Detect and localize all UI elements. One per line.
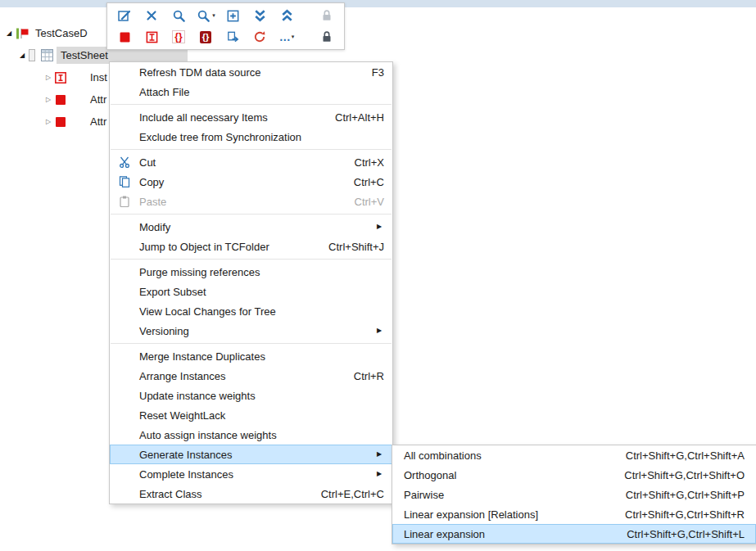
- tree-item-label: TestCaseD: [33, 25, 90, 41]
- context-menu: Refresh TDM data source F3 Attach File I…: [109, 61, 393, 504]
- submenu-item-linear-expansion[interactable]: Linear expansion Ctrl+Shift+G,Ctrl+Shift…: [392, 524, 756, 544]
- menu-item-extract-class[interactable]: Extract Class Ctrl+E,Ctrl+C: [110, 484, 392, 504]
- zoom-icon[interactable]: [169, 7, 188, 25]
- menu-separator: [111, 214, 392, 215]
- instance-i-icon: [55, 72, 66, 84]
- sheet-mini-icon: [29, 49, 38, 61]
- menu-item-label: Auto assign instance weights: [139, 429, 277, 441]
- menu-item-shortcut: F3: [352, 66, 384, 79]
- expander-collapsed-icon[interactable]: ▷: [42, 119, 55, 125]
- braces-icon[interactable]: {}: [169, 28, 188, 46]
- submenu-item-shortcut: Ctrl+Shift+G,Ctrl+Shift+P: [601, 489, 745, 501]
- menu-item-label: Cut: [139, 156, 156, 169]
- menu-item-copy[interactable]: Copy Ctrl+C: [110, 172, 392, 192]
- instance-i-icon[interactable]: [142, 28, 161, 46]
- submenu-item-label: All combinations: [404, 449, 482, 462]
- menu-separator: [111, 104, 392, 105]
- menu-item-shortcut: Ctrl+C: [334, 176, 384, 188]
- menu-item-complete-instances[interactable]: Complete Instances ▶: [110, 464, 392, 484]
- menu-item-shortcut: Ctrl+Alt+H: [315, 111, 384, 124]
- toolbar-row-2: {} {} …▾: [115, 26, 337, 47]
- submenu-arrow-icon: ▶: [374, 224, 384, 230]
- lock-icon[interactable]: [317, 28, 337, 46]
- menu-item-label: Export Subset: [139, 286, 206, 298]
- attribute-red-square-icon: [55, 116, 66, 128]
- menu-item-attach-file[interactable]: Attach File: [110, 82, 392, 102]
- menu-item-label: Jump to Object in TCFolder: [139, 241, 269, 253]
- more-tools-icon[interactable]: …▾: [277, 28, 297, 46]
- testsheet-grid-icon: [41, 49, 53, 61]
- menu-item-generate-instances[interactable]: Generate Instances ▶: [110, 445, 392, 464]
- menu-item-modify[interactable]: Modify ▶: [110, 217, 392, 237]
- menu-item-jump-to-object-in-tcfolder[interactable]: Jump to Object in TCFolder Ctrl+Shift+J: [110, 237, 392, 256]
- menu-item-update-instance-weights[interactable]: Update instance weights: [110, 386, 392, 405]
- menu-item-label: Exclude tree from Synchronization: [139, 131, 301, 143]
- menu-item-paste[interactable]: Paste Ctrl+V: [110, 192, 392, 211]
- expander-collapsed-icon[interactable]: ▷: [42, 75, 55, 81]
- attribute-red-square-icon[interactable]: [115, 28, 134, 46]
- submenu-item-label: Orthogonal: [404, 469, 456, 481]
- menu-item-shortcut: Ctrl+V: [335, 196, 384, 208]
- delete-x-icon[interactable]: [142, 7, 161, 25]
- submenu-arrow-icon: ▶: [374, 327, 384, 334]
- toolbar-row-1: ▾: [115, 5, 337, 26]
- menu-item-label: Reset WeightLack: [139, 409, 225, 422]
- menu-item-label: Merge Instance Duplicates: [139, 350, 265, 363]
- menu-item-label: Copy: [139, 176, 164, 188]
- menu-item-auto-assign-instance-weights[interactable]: Auto assign instance weights: [110, 425, 392, 445]
- duplicate-icon[interactable]: [223, 28, 242, 46]
- menu-item-view-local-changes-for-tree[interactable]: View Local Changes for Tree: [110, 301, 392, 321]
- submenu-item-all-combinations[interactable]: All combinations Ctrl+Shift+G,Ctrl+Shift…: [392, 445, 756, 465]
- submenu-item-shortcut: Ctrl+Shift+G,Ctrl+Shift+L: [602, 528, 745, 540]
- menu-item-cut[interactable]: Cut Ctrl+X: [110, 152, 392, 172]
- menu-item-label: Update instance weights: [139, 390, 256, 402]
- submenu-item-label: Pairwise: [404, 489, 444, 501]
- menu-item-label: Versioning: [139, 325, 189, 337]
- expander-collapsed-icon[interactable]: ▷: [42, 97, 55, 103]
- submenu-item-shortcut: Ctrl+Shift+G,Ctrl+Shift+R: [600, 508, 745, 521]
- add-box-icon[interactable]: [223, 7, 242, 25]
- expand-all-icon[interactable]: [250, 7, 269, 25]
- menu-item-arrange-instances[interactable]: Arrange Instances Ctrl+R: [110, 366, 392, 386]
- cut-icon: [110, 156, 139, 169]
- dropdown-caret-icon: ▾: [292, 34, 295, 40]
- menu-item-include-all-necessary-items[interactable]: Include all necessary Items Ctrl+Alt+H: [110, 107, 392, 127]
- submenu-item-pairwise[interactable]: Pairwise Ctrl+Shift+G,Ctrl+Shift+P: [392, 485, 756, 504]
- menu-item-versioning[interactable]: Versioning ▶: [110, 321, 392, 341]
- menu-item-label: Extract Class: [139, 488, 202, 500]
- submenu-item-label: Linear expansion [Relations]: [404, 508, 538, 521]
- lock-disabled-icon[interactable]: [317, 7, 337, 25]
- menu-item-refresh-tdm-data-source[interactable]: Refresh TDM data source F3: [110, 62, 392, 82]
- submenu-item-orthogonal[interactable]: Orthogonal Ctrl+Shift+G,Ctrl+Shift+O: [392, 465, 756, 485]
- menu-item-merge-instance-duplicates[interactable]: Merge Instance Duplicates: [110, 346, 392, 366]
- menu-item-label: Refresh TDM data source: [139, 66, 261, 79]
- menu-item-exclude-tree-from-synchronization[interactable]: Exclude tree from Synchronization: [110, 127, 392, 147]
- tree-item-label: Attr: [88, 92, 109, 107]
- ellipsis-glyph: …: [279, 33, 291, 41]
- menu-item-label: Generate Instances: [139, 449, 232, 461]
- menu-item-label: Modify: [139, 221, 170, 233]
- submenu-item-label: Linear expansion: [404, 528, 485, 540]
- menu-item-purge-missing-references[interactable]: Purge missing references: [110, 262, 392, 282]
- menu-item-label: Paste: [139, 196, 166, 208]
- submenu-item-linear-expansion-relations[interactable]: Linear expansion [Relations] Ctrl+Shift+…: [392, 504, 756, 524]
- zoom-dropdown-icon[interactable]: ▾: [196, 7, 215, 25]
- menu-item-export-subset[interactable]: Export Subset: [110, 282, 392, 301]
- expander-expanded-icon[interactable]: ◢: [2, 30, 16, 37]
- dropdown-caret-icon: ▾: [212, 12, 215, 19]
- submenu-arrow-icon: ▶: [374, 451, 384, 458]
- floating-toolbar: ▾ {} {}: [106, 2, 345, 50]
- copy-icon: [110, 175, 139, 188]
- menu-item-reset-weightlack[interactable]: Reset WeightLack: [110, 405, 392, 425]
- expander-expanded-icon[interactable]: ◢: [16, 52, 29, 59]
- menu-item-shortcut: Ctrl+Shift+J: [309, 241, 384, 253]
- refresh-icon[interactable]: [250, 28, 269, 46]
- generate-instances-submenu: All combinations Ctrl+Shift+G,Ctrl+Shift…: [392, 445, 756, 544]
- collapse-all-icon[interactable]: [277, 7, 297, 25]
- braces-filled-icon[interactable]: {}: [196, 28, 215, 46]
- menu-item-shortcut: Ctrl+E,Ctrl+C: [301, 488, 384, 500]
- paste-icon: [110, 195, 139, 208]
- attribute-red-square-icon: [55, 94, 66, 106]
- menu-item-shortcut: Ctrl+X: [335, 156, 384, 169]
- edit-icon[interactable]: [115, 7, 134, 25]
